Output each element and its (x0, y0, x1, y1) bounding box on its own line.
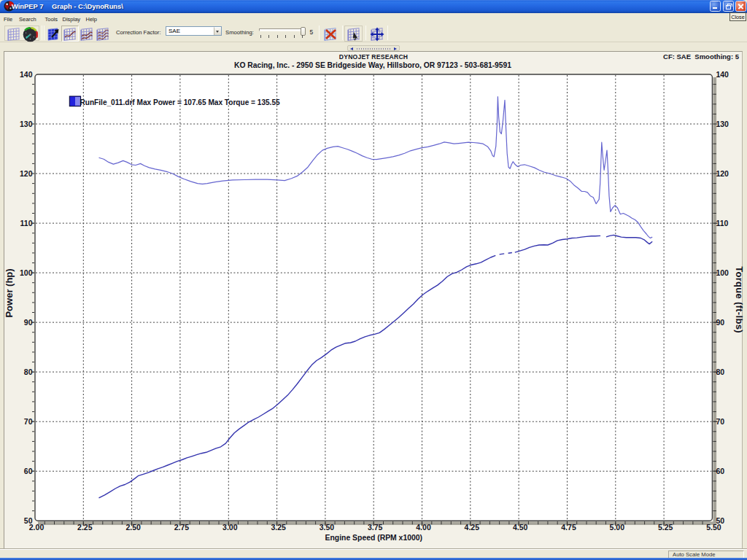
svg-text:110: 110 (716, 219, 728, 228)
svg-text:110: 110 (20, 219, 33, 228)
svg-text:2.75: 2.75 (174, 523, 190, 532)
svg-text:Power (hp): Power (hp) (4, 268, 15, 317)
svg-text:5.50: 5.50 (706, 523, 721, 532)
svg-text:100: 100 (20, 268, 33, 277)
svg-text:4.00: 4.00 (416, 523, 431, 532)
svg-text:3.75: 3.75 (368, 523, 383, 532)
svg-text:4.50: 4.50 (513, 523, 528, 532)
svg-text:80: 80 (716, 368, 724, 376)
svg-text:Engine Speed (RPM x1000): Engine Speed (RPM x1000) (325, 534, 422, 542)
svg-text:90: 90 (24, 318, 33, 327)
svg-text:100: 100 (716, 268, 729, 277)
svg-text:70: 70 (716, 417, 724, 426)
svg-text:120: 120 (20, 169, 33, 178)
svg-text:130: 130 (20, 120, 33, 128)
svg-text:3.50: 3.50 (320, 523, 335, 532)
svg-text:CF: SAE Smoothing: 5: CF: SAE Smoothing: 5 (663, 52, 740, 61)
svg-text:130: 130 (716, 120, 729, 128)
svg-text:RunFile_011.drf Max Power = 10: RunFile_011.drf Max Power = 107.65 Max T… (80, 98, 281, 106)
svg-text:3.25: 3.25 (271, 523, 286, 532)
svg-text:KO Racing, Inc. - 2950 SE Brid: KO Racing, Inc. - 2950 SE Bridgeside Way… (234, 61, 511, 69)
svg-text:4.25: 4.25 (465, 523, 480, 532)
svg-text:60: 60 (24, 467, 33, 475)
svg-text:120: 120 (716, 169, 729, 178)
svg-text:3.00: 3.00 (222, 523, 238, 532)
svg-text:2.00: 2.00 (29, 523, 44, 532)
svg-text:80: 80 (24, 368, 33, 376)
svg-text:4.75: 4.75 (561, 523, 576, 532)
svg-text:90: 90 (716, 318, 724, 327)
svg-text:DYNOJET RESEARCH: DYNOJET RESEARCH (339, 53, 408, 61)
svg-text:5.25: 5.25 (658, 523, 673, 532)
svg-text:5.00: 5.00 (610, 523, 625, 532)
svg-text:Torque (ft-lbs): Torque (ft-lbs) (734, 266, 745, 333)
svg-text:140: 140 (716, 70, 729, 79)
svg-text:60: 60 (716, 467, 724, 475)
svg-text:140: 140 (20, 70, 33, 79)
svg-text:70: 70 (24, 417, 33, 426)
svg-text:2.25: 2.25 (77, 523, 93, 532)
svg-text:2.50: 2.50 (125, 523, 141, 532)
